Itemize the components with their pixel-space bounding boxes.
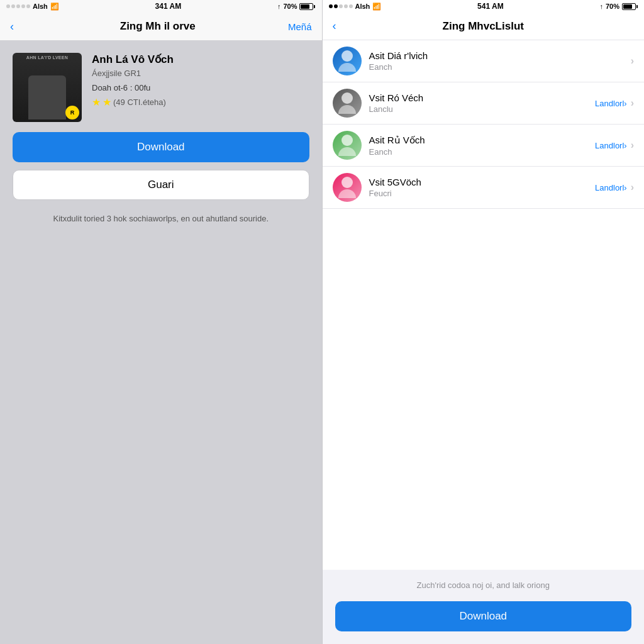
signal-dot-2 [11, 4, 15, 8]
signal-dot-5 [26, 4, 30, 8]
signal-dot-r2 [334, 4, 338, 8]
chevron-4: › [631, 182, 634, 193]
item-right-3: Landlorl› › [595, 140, 634, 151]
chevron-2: › [631, 97, 634, 109]
status-left: Alsh 📶 [6, 3, 59, 11]
signal-icon-left: ↑ [277, 3, 281, 10]
list-item-4[interactable]: Vsit 5GVöch Feucri Landlorl› › [323, 167, 645, 209]
item-right-4: Landlorl› › [595, 182, 634, 193]
nav-action-left[interactable]: Meñá [287, 21, 312, 32]
nav-title-right: Zing MhvcLislut [352, 20, 616, 33]
signal-dots-right [329, 4, 353, 8]
star-1: ★ [92, 96, 101, 108]
item-text-3: Asit Rủ Vốch Eanch [369, 135, 596, 157]
chevron-3: › [631, 140, 634, 151]
signal-dot-1 [6, 4, 10, 8]
item-subtitle-1: Eanch [369, 62, 631, 72]
download-button-left[interactable]: Download [13, 132, 309, 162]
wifi-icon-left: 📶 [50, 3, 59, 11]
item-right-2: Landlorl› › [595, 97, 634, 109]
list-item-3[interactable]: Asit Rủ Vốch Eanch Landlorl› › [323, 125, 645, 167]
status-bar-left: Alsh 📶 341 AM ↑ 70% [0, 0, 322, 13]
chevron-1: › [631, 55, 634, 67]
signal-dot-r1 [329, 4, 333, 8]
album-title: Anh Lá Vô Vốch [92, 53, 309, 66]
item-subtitle-4: Feucri [369, 189, 596, 198]
nav-bar-right: ‹ Zing MhvcLislut [323, 13, 645, 40]
item-label-3: Landlorl› [595, 141, 627, 150]
secondary-button-left[interactable]: Guari [13, 170, 309, 200]
signal-dot-r5 [349, 4, 353, 8]
avatar-3 [333, 131, 362, 160]
back-button-left[interactable]: ‹ [10, 20, 29, 33]
list-container: Asit Diá r'lvich Eanch › Vsit Ró Véch La… [323, 40, 645, 570]
avatar-4 [333, 173, 362, 202]
signal-dot-3 [16, 4, 20, 8]
status-right-right: ↑ 70% [599, 3, 638, 10]
item-title-1: Asit Diá r'lvich [369, 50, 631, 61]
item-title-4: Vsit 5GVöch [369, 177, 596, 187]
item-subtitle-3: Eanch [369, 147, 596, 157]
list-item-2[interactable]: Vsit Ró Véch Lanclu Landlorl› › [323, 82, 645, 125]
wifi-icon-right: 📶 [372, 3, 381, 11]
back-button-right[interactable]: ‹ [333, 19, 352, 33]
album-badge: R [65, 106, 79, 119]
battery-pct-left: 70% [283, 3, 297, 10]
battery-left [299, 3, 315, 10]
item-title-3: Asit Rủ Vốch [369, 135, 596, 146]
star-2: ★ [103, 96, 111, 108]
album-duration: Doah ot-6 : 00fu [92, 83, 309, 92]
carrier-right: Alsh [355, 3, 370, 10]
item-label-2: Landlorl› [595, 99, 627, 108]
signal-dot-r3 [339, 4, 343, 8]
footer-section: Zuch'rid codoa noj oi, and lalk oriong D… [323, 570, 645, 644]
album-card: AHN LA'I'D LVEEN R Anh Lá Vô Vốch Áexjjs… [0, 40, 322, 132]
status-left-right: Alsh 📶 [329, 3, 382, 11]
item-text-4: Vsit 5GVöch Feucri [369, 177, 596, 198]
signal-dot-4 [21, 4, 25, 8]
album-subtitle: Áexjjsile GR1 [92, 69, 309, 78]
description-text: Kitxdulit toried 3 hok sochiaworlps, en … [0, 213, 322, 225]
status-right-left: ↑ 70% [277, 3, 316, 10]
carrier-left: Alsh [33, 3, 48, 10]
status-bar-right: Alsh 📶 541 AM ↑ 70% [323, 0, 645, 13]
signal-icon-right: ↑ [599, 3, 603, 10]
right-panel: Alsh 📶 541 AM ↑ 70% ‹ Zing MhvcLislut [323, 0, 645, 644]
item-label-4: Landlorl› [595, 183, 627, 192]
item-title-2: Vsit Ró Véch [369, 92, 596, 103]
footer-text: Zuch'rid codoa noj oi, and lalk oriong [335, 580, 632, 591]
album-art: AHN LA'I'D LVEEN R [13, 53, 82, 122]
time-left: 341 AM [155, 2, 182, 11]
album-figure [28, 75, 66, 119]
list-item[interactable]: Asit Diá r'lvich Eanch › [323, 40, 645, 82]
signal-dots [6, 4, 30, 8]
item-subtitle-2: Lanclu [369, 104, 596, 114]
item-text-2: Vsit Ró Véch Lanclu [369, 92, 596, 114]
nav-title-left: Zing Mh il orve [29, 20, 287, 33]
avatar-1 [333, 47, 362, 75]
time-right: 541 AM [477, 2, 504, 11]
star-count: (49 CTI.éteha) [113, 97, 166, 107]
item-text-1: Asit Diá r'lvich Eanch [369, 50, 631, 72]
left-panel: Alsh 📶 341 AM ↑ 70% ‹ Zing Mh il orve Me… [0, 0, 323, 644]
item-right-1: › [631, 55, 634, 67]
nav-bar-left: ‹ Zing Mh il orve Meñá [0, 13, 322, 40]
album-text-overlay: AHN LA'I'D LVEEN [13, 55, 82, 60]
avatar-2 [333, 89, 362, 118]
signal-dot-r4 [344, 4, 348, 8]
album-info: Anh Lá Vô Vốch Áexjjsile GR1 Doah ot-6 :… [92, 53, 309, 108]
download-button-right[interactable]: Download [335, 601, 632, 631]
battery-pct-right: 70% [606, 3, 619, 10]
battery-right [622, 3, 638, 10]
album-stars: ★ ★ (49 CTI.éteha) [92, 96, 309, 108]
